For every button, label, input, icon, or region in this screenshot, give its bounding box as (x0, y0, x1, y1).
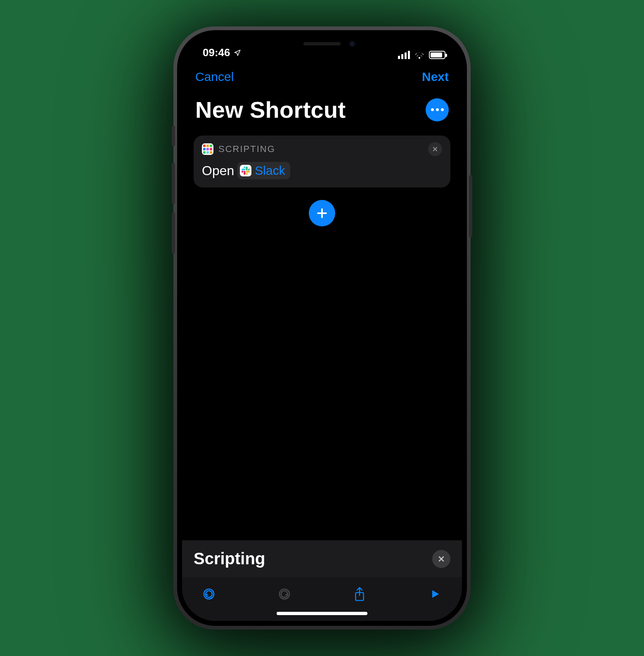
xmark-icon (432, 146, 438, 152)
ellipsis-icon (431, 108, 434, 111)
app-name-label: Slack (255, 164, 285, 178)
app-grid-icon (202, 143, 213, 155)
add-action-button[interactable] (309, 200, 335, 226)
remove-action-button[interactable] (428, 142, 442, 156)
search-text: Scripting (194, 549, 265, 568)
action-category-label: SCRIPTING (218, 144, 423, 154)
cancel-button[interactable]: Cancel (195, 70, 234, 84)
plus-icon (316, 207, 328, 219)
home-indicator[interactable] (277, 612, 367, 615)
action-card[interactable]: SCRIPTING Open (194, 135, 450, 188)
undo-button[interactable] (199, 585, 218, 604)
location-arrow-icon (234, 49, 241, 57)
more-button[interactable] (426, 98, 449, 121)
share-icon (353, 587, 366, 601)
status-time: 09:46 (203, 46, 230, 59)
next-button[interactable]: Next (422, 70, 449, 84)
play-icon (429, 588, 441, 600)
battery-icon (429, 51, 445, 59)
nav-bar: Cancel Next (182, 60, 462, 89)
search-panel[interactable]: Scripting (182, 540, 462, 577)
play-button[interactable] (426, 585, 445, 604)
wifi-icon (414, 51, 425, 59)
app-parameter-chip[interactable]: Slack (237, 162, 290, 179)
clear-search-button[interactable] (432, 550, 450, 568)
action-verb: Open (202, 163, 234, 178)
share-button[interactable] (350, 585, 369, 604)
redo-icon (278, 587, 291, 601)
cellular-signal-icon (398, 51, 410, 59)
redo-button (275, 585, 294, 604)
page-title: New Shortcut (195, 96, 346, 123)
bottom-panel: Scripting (182, 540, 462, 621)
device-notch (260, 35, 384, 52)
undo-icon (202, 587, 215, 601)
slack-icon (240, 165, 251, 176)
xmark-icon (437, 555, 445, 563)
